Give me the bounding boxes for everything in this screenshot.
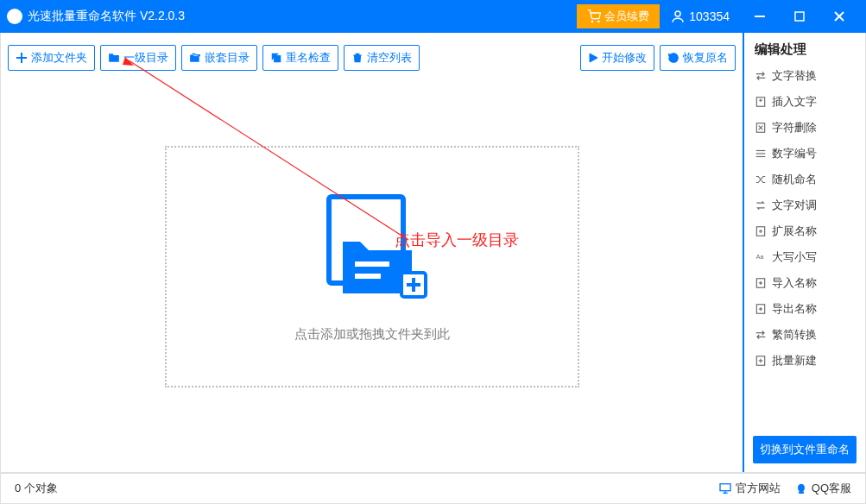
sidebar-item-label: 导入名称 — [772, 275, 817, 291]
sidebar-item-label: 字符删除 — [772, 120, 817, 135]
official-site-text: 官方网站 — [736, 481, 781, 496]
add-folder-label: 添加文件夹 — [31, 50, 87, 66]
svg-line-14 — [129, 60, 408, 240]
swap2-icon — [755, 199, 767, 211]
sidebar-item-import-name[interactable]: 导入名称 — [744, 270, 865, 296]
add-folder-button[interactable]: 添加文件夹 — [8, 45, 95, 71]
svg-point-42 — [798, 484, 805, 492]
close-button[interactable] — [819, 3, 859, 29]
svg-point-1 — [598, 21, 599, 22]
start-button[interactable]: 开始修改 — [580, 45, 654, 71]
user-id-chip[interactable]: 103354 — [670, 9, 730, 24]
drop-zone-text: 点击添加或拖拽文件夹到此 — [294, 326, 450, 343]
app-title: 光速批量重命名软件 V2.2.0.3 — [28, 9, 185, 24]
sidebar-item-number[interactable]: 数字编号 — [744, 141, 865, 167]
sidebar-item-label: 导出名称 — [772, 301, 817, 317]
undo-icon — [667, 52, 680, 64]
sidebar-item-text-swap[interactable]: 文字对调 — [744, 192, 865, 218]
annotation-text: 点击导入一级目录 — [395, 230, 519, 250]
cart-icon — [587, 9, 601, 23]
sidebar-item-label: 数字编号 — [772, 146, 817, 161]
sidebar-title: 编辑处理 — [744, 33, 865, 63]
sidebar-item-random-name[interactable]: 随机命名 — [744, 167, 865, 192]
folder-plus-icon — [108, 52, 120, 64]
app-logo-icon — [7, 9, 22, 24]
ext-icon — [755, 225, 767, 237]
insert-icon — [755, 96, 767, 108]
svg-point-0 — [592, 21, 593, 22]
status-count: 0 个对象 — [15, 481, 58, 496]
number-icon — [755, 148, 767, 160]
user-icon — [670, 9, 686, 24]
main-area: 添加文件夹 一级目录 嵌套目录 重名检查 清空列表 开始修改 — [1, 33, 743, 472]
user-id-text: 103354 — [689, 9, 730, 23]
title-bar: 光速批量重命名软件 V2.2.0.3 会员续费 103354 — [0, 0, 866, 33]
restore-button[interactable]: 恢复原名 — [660, 45, 736, 71]
svg-marker-15 — [123, 57, 134, 66]
sidebar-item-label: 扩展名称 — [772, 224, 817, 239]
svg-rect-31 — [756, 227, 764, 236]
maximize-button[interactable] — [780, 3, 819, 29]
svg-point-2 — [675, 11, 680, 16]
play-icon — [588, 53, 598, 63]
renew-button[interactable]: 会员续费 — [577, 4, 660, 28]
svg-point-43 — [798, 491, 804, 494]
case-icon: Aa — [755, 251, 767, 263]
svg-point-32 — [760, 230, 762, 232]
new-icon — [755, 355, 767, 367]
plus-icon — [16, 52, 28, 64]
sidebar-item-export-name[interactable]: 导出名称 — [744, 296, 865, 322]
minimize-icon — [754, 10, 766, 22]
sidebar-item-label: 随机命名 — [772, 172, 817, 187]
svg-rect-39 — [720, 484, 730, 491]
svg-text:Aa: Aa — [756, 254, 764, 260]
maximize-icon — [794, 11, 805, 22]
sidebar-item-label: 文字对调 — [772, 198, 817, 213]
sidebar-item-trad-simp[interactable]: 繁简转换 — [744, 322, 865, 348]
qq-support-link[interactable]: QQ客服 — [794, 481, 851, 496]
svg-marker-12 — [590, 54, 597, 62]
restore-label: 恢复原名 — [683, 50, 728, 66]
sidebar-item-insert-text[interactable]: 插入文字 — [744, 89, 865, 115]
sidebar-item-extension[interactable]: 扩展名称 — [744, 218, 865, 244]
switch-mode-button[interactable]: 切换到文件重命名 — [753, 436, 857, 463]
qq-icon — [794, 482, 808, 495]
sidebar: 编辑处理 文字替换 插入文字 字符删除 数字编号 随机命名 文字对调 扩展名称 — [743, 33, 865, 472]
sidebar-item-delete-char[interactable]: 字符删除 — [744, 115, 865, 141]
official-site-link[interactable]: 官方网站 — [718, 481, 781, 496]
status-bar: 0 个对象 官方网站 QQ客服 — [0, 473, 866, 504]
sidebar-item-batch-new[interactable]: 批量新建 — [744, 348, 865, 374]
delete-char-icon — [755, 122, 767, 134]
shuffle-icon — [755, 173, 767, 186]
start-label: 开始修改 — [602, 50, 647, 66]
sidebar-item-label: 插入文字 — [772, 94, 817, 110]
swap-icon — [755, 70, 767, 82]
qq-support-text: QQ客服 — [812, 481, 851, 496]
sidebar-item-case[interactable]: Aa 大写小写 — [744, 244, 865, 270]
sidebar-item-label: 大写小写 — [772, 249, 817, 265]
sidebar-item-text-replace[interactable]: 文字替换 — [744, 63, 865, 89]
monitor-icon — [718, 482, 732, 495]
sidebar-item-label: 批量新建 — [772, 353, 817, 369]
annotation-arrow — [122, 57, 415, 247]
convert-icon — [755, 329, 767, 341]
svg-rect-4 — [795, 12, 804, 21]
close-icon — [833, 10, 845, 22]
import-icon — [755, 277, 767, 289]
renew-label: 会员续费 — [604, 9, 649, 24]
sidebar-item-label: 繁简转换 — [772, 327, 817, 343]
export-icon — [755, 303, 767, 315]
minimize-button[interactable] — [740, 3, 780, 29]
sidebar-item-label: 文字替换 — [772, 68, 817, 84]
